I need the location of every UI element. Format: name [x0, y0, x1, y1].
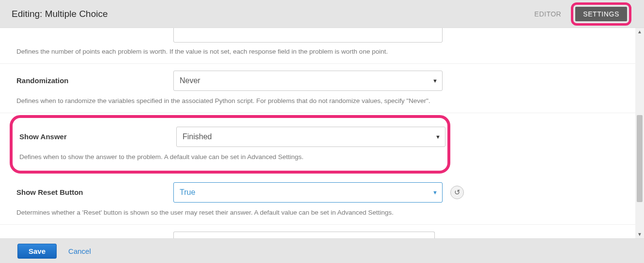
- tab-settings[interactable]: SETTINGS: [575, 7, 627, 21]
- save-button[interactable]: Save: [17, 244, 57, 259]
- show-reset-select-wrap: True ▼: [173, 182, 443, 203]
- setting-show-answer: Show Answer Finished ▼ Defines when to s…: [0, 115, 635, 174]
- setting-randomization: Randomization Never ▼ Defines when to ra…: [0, 64, 635, 113]
- content-area: Defines the number of points each proble…: [0, 28, 644, 238]
- settings-list: Defines the number of points each proble…: [0, 28, 635, 238]
- show-answer-label: Show Answer: [19, 132, 176, 141]
- show-answer-help: Defines when to show the answer to the p…: [19, 153, 441, 162]
- show-answer-select-wrap: Finished ▼: [176, 127, 445, 147]
- next-input-partial[interactable]: [173, 232, 435, 238]
- setting-problem-weight: Defines the number of points each proble…: [0, 28, 635, 64]
- scrollbar-vertical[interactable]: ▲ ▼: [635, 28, 644, 238]
- scroll-down-icon[interactable]: ▼: [637, 232, 643, 237]
- highlight-settings-tab: SETTINGS: [571, 2, 631, 26]
- settings-panel: Defines the number of points each proble…: [0, 28, 635, 238]
- highlight-show-answer: Show Answer Finished ▼ Defines when to s…: [10, 115, 450, 174]
- randomization-help: Defines when to randomize the variables …: [16, 97, 629, 106]
- scrollbar-thumb[interactable]: [637, 115, 643, 202]
- show-reset-help: Determines whether a 'Reset' button is s…: [16, 208, 629, 218]
- show-reset-select[interactable]: True: [173, 182, 443, 203]
- randomization-label: Randomization: [16, 76, 173, 85]
- top-bar: Editing: Multiple Choice EDITOR SETTINGS: [0, 0, 644, 28]
- problem-weight-label: [16, 29, 173, 37]
- reset-to-default-button[interactable]: ↺: [450, 186, 464, 199]
- undo-icon: ↺: [454, 188, 460, 197]
- page-title: Editing: Multiple Choice: [12, 9, 108, 19]
- tab-editor[interactable]: EDITOR: [535, 10, 562, 18]
- show-reset-label: Show Reset Button: [16, 188, 173, 196]
- tab-group: EDITOR SETTINGS: [535, 2, 633, 26]
- setting-next-partial: [0, 225, 635, 238]
- randomization-select[interactable]: Never: [173, 71, 443, 91]
- randomization-select-wrap: Never ▼: [173, 71, 443, 91]
- show-answer-select[interactable]: Finished: [176, 127, 445, 147]
- cancel-button[interactable]: Cancel: [68, 247, 91, 255]
- problem-weight-help: Defines the number of points each proble…: [16, 47, 629, 57]
- bottom-bar: Save Cancel: [0, 238, 644, 263]
- setting-show-reset: Show Reset Button True ▼ ↺ Determines wh…: [0, 175, 635, 225]
- scroll-up-icon[interactable]: ▲: [637, 29, 643, 35]
- problem-weight-input[interactable]: [173, 28, 443, 43]
